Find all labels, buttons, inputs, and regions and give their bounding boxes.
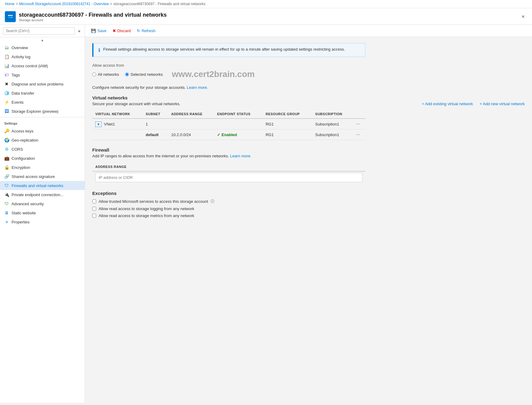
storage-account-icon bbox=[5, 11, 16, 22]
sidebar-item-encryption[interactable]: 🔒 Encryption bbox=[0, 163, 85, 172]
sidebar-item-iam[interactable]: 📊 Access control (IAM) bbox=[0, 61, 85, 70]
sidebar-item-firewalls[interactable]: 🛡 Firewalls and virtual networks bbox=[0, 181, 85, 190]
vnet-rg-cell2: RG1 bbox=[263, 129, 312, 140]
sidebar-item-properties[interactable]: ≡ Properties bbox=[0, 217, 85, 226]
exception-label-2: Allow read access to storage metrics fro… bbox=[99, 213, 194, 218]
storage-explorer-icon: 🖼 bbox=[4, 109, 9, 114]
sidebar-item-label: Events bbox=[12, 100, 24, 105]
diagnose-icon: ✖ bbox=[4, 82, 9, 86]
virtual-networks-title: Virtual networks bbox=[92, 95, 525, 100]
refresh-button[interactable]: ↻ Refresh bbox=[137, 27, 156, 34]
exception-item-0: Allow trusted Microsoft services to acce… bbox=[92, 199, 525, 204]
sidebar-item-diagnose[interactable]: ✖ Diagnose and solve problems bbox=[0, 79, 85, 89]
radio-all-networks[interactable]: All networks bbox=[92, 72, 119, 77]
sidebar-item-configuration[interactable]: 💼 Configuration bbox=[0, 154, 85, 163]
sidebar-divider bbox=[0, 117, 85, 117]
discard-button[interactable]: ✖ Discard bbox=[113, 27, 131, 34]
exceptions-section: Exceptions Allow trusted Microsoft servi… bbox=[92, 191, 525, 218]
learn-more-configure-link[interactable]: Learn more. bbox=[187, 85, 208, 90]
refresh-icon: ↻ bbox=[137, 28, 140, 33]
sidebar-item-shared-access[interactable]: 🔗 Shared access signature bbox=[0, 172, 85, 181]
sidebar-item-label: Activity log bbox=[12, 55, 30, 59]
sidebar-item-label: Properties bbox=[12, 220, 29, 224]
sidebar-item-tags[interactable]: 🏷 Tags bbox=[0, 70, 85, 79]
vnet-more-button[interactable]: ··· bbox=[356, 121, 360, 127]
close-button[interactable]: × bbox=[519, 12, 527, 21]
sidebar-item-access-keys[interactable]: 🔑 Access keys bbox=[0, 126, 85, 136]
sidebar-item-label: Access control (IAM) bbox=[12, 64, 48, 68]
advanced-security-icon: 🛡 bbox=[4, 201, 9, 206]
breadcrumb-overview[interactable]: Microsoft.StorageAccount-20191008142741 … bbox=[19, 2, 109, 6]
page-title: storageaccount68730697 - Firewalls and v… bbox=[19, 12, 167, 18]
sidebar-item-geo-replication[interactable]: 🌍 Geo-replication bbox=[0, 136, 85, 145]
scroll-up-button[interactable]: ▲ bbox=[0, 37, 85, 43]
save-label: Save bbox=[97, 28, 107, 33]
main-layout: « ▲ 🗂 Overview 📋 Activity log 📊 Access c… bbox=[0, 25, 532, 403]
sidebar-item-static-website[interactable]: 🖥 Static website bbox=[0, 208, 85, 217]
exception-checkbox-2[interactable] bbox=[92, 214, 96, 218]
sidebar-item-activity-log[interactable]: 📋 Activity log bbox=[0, 52, 85, 61]
add-existing-vnet-link[interactable]: + Add existing virtual network bbox=[422, 102, 473, 106]
table-row: ▼ VNet1 1 RG1 Subscription1 ··· bbox=[92, 119, 365, 129]
col-resource-group: Resource Group bbox=[263, 110, 312, 119]
sidebar-item-data-transfer[interactable]: 🧊 Data transfer bbox=[0, 89, 85, 98]
exception-checkbox-0[interactable] bbox=[92, 199, 96, 203]
radio-all-networks-input[interactable] bbox=[92, 72, 96, 76]
breadcrumb-home[interactable]: Home bbox=[5, 2, 15, 6]
sidebar-item-overview[interactable]: 🗂 Overview bbox=[0, 43, 85, 52]
sidebar-item-events[interactable]: ⚡ Events bbox=[0, 98, 85, 107]
sidebar-item-private-endpoint[interactable]: 🔌 Private endpoint connection... bbox=[0, 190, 85, 199]
sidebar-item-cors[interactable]: ⚙ CORS bbox=[0, 145, 85, 154]
cors-icon: ⚙ bbox=[4, 147, 9, 152]
sidebar-item-label: Overview bbox=[12, 45, 28, 50]
svg-rect-1 bbox=[8, 15, 13, 16]
exceptions-title: Exceptions bbox=[92, 191, 525, 196]
tags-icon: 🏷 bbox=[4, 72, 9, 77]
firewall-section: Firewall Add IP ranges to allow access f… bbox=[92, 147, 525, 183]
collapse-button[interactable]: « bbox=[77, 28, 82, 34]
add-new-vnet-link[interactable]: + Add new virtual network bbox=[480, 102, 525, 106]
sidebar-item-label: Access keys bbox=[12, 129, 33, 133]
private-endpoint-icon: 🔌 bbox=[4, 192, 9, 197]
exception-label-0: Allow trusted Microsoft services to acce… bbox=[99, 199, 208, 204]
address-range-row bbox=[92, 171, 365, 183]
vnet-expand-icon[interactable]: ▼ bbox=[95, 122, 102, 127]
search-input[interactable] bbox=[3, 27, 75, 35]
ip-address-input[interactable] bbox=[95, 173, 362, 182]
col-virtual-network: Virtual Network bbox=[92, 110, 143, 119]
watermark: www.cert2brain.com bbox=[172, 69, 255, 79]
static-website-icon: 🖥 bbox=[4, 210, 9, 215]
toolbar: 💾 Save ✖ Discard ↻ Refresh bbox=[85, 25, 532, 37]
radio-selected-networks-input[interactable] bbox=[125, 72, 129, 76]
radio-selected-networks[interactable]: Selected networks bbox=[125, 72, 163, 77]
vnet-name-cell: ▼ VNet1 bbox=[92, 119, 143, 129]
vnet-status-cell2: ✓ Enabled bbox=[214, 129, 263, 140]
properties-icon: ≡ bbox=[4, 219, 9, 224]
configuration-icon: 💼 bbox=[4, 156, 9, 161]
header-title: storageaccount68730697 - Firewalls and v… bbox=[19, 12, 167, 22]
vnet-address-cell bbox=[168, 119, 214, 129]
vnet-name-cell2 bbox=[92, 129, 143, 140]
svg-point-3 bbox=[9, 17, 10, 18]
vnet-address-cell2: 10.2.0.0/24 bbox=[168, 129, 214, 140]
sidebar-item-storage-explorer[interactable]: 🖼 Storage Explorer (preview) bbox=[0, 107, 85, 116]
svg-point-2 bbox=[8, 17, 9, 18]
vnet-more-button2[interactable]: ··· bbox=[356, 132, 360, 137]
configure-text: Configure network security for your stor… bbox=[92, 85, 525, 90]
sidebar-item-label: CORS bbox=[12, 147, 23, 152]
sidebar-item-advanced-security[interactable]: 🛡 Advanced security bbox=[0, 199, 85, 208]
col-address-range: Address Range bbox=[168, 110, 214, 119]
learn-more-firewall-link[interactable]: Learn more. bbox=[230, 154, 251, 158]
save-button[interactable]: 💾 Save bbox=[91, 27, 107, 34]
vnet-sub-cell2: Subscription1 bbox=[312, 129, 353, 140]
sidebar-item-label: Encryption bbox=[12, 165, 30, 170]
exception-checkbox-1[interactable] bbox=[92, 207, 96, 211]
activity-log-icon: 📋 bbox=[4, 54, 9, 59]
radio-group: All networks Selected networks bbox=[92, 72, 163, 77]
firewalls-icon: 🛡 bbox=[4, 183, 9, 188]
table-row: default 10.2.0.0/24 ✓ Enabled RG1 Subscr… bbox=[92, 129, 365, 140]
vnet-status-cell bbox=[214, 119, 263, 129]
sidebar-item-label: Tags bbox=[12, 73, 20, 77]
exception-label-1: Allow read access to storage logging fro… bbox=[99, 206, 194, 211]
breadcrumb: Home > Microsoft.StorageAccount-20191008… bbox=[0, 0, 532, 8]
